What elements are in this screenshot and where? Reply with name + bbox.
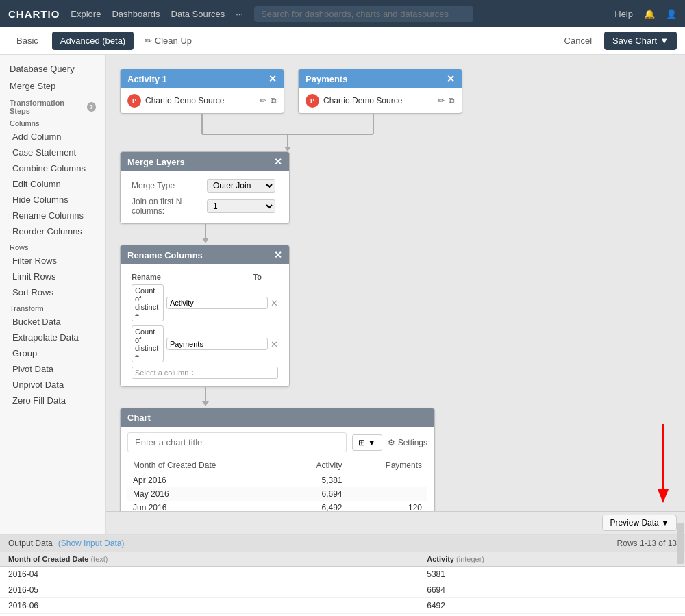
sidebar-item-database-query[interactable]: Database Query <box>0 60 105 77</box>
show-input-button[interactable]: (Show Input Data) <box>58 539 125 548</box>
output-table-row: 2016-066492 <box>0 598 685 614</box>
nav-dashboards[interactable]: Dashboards <box>112 9 160 19</box>
chart-cell-payments <box>348 487 428 501</box>
payments-source-name: Chartio Demo Source <box>323 96 402 106</box>
save-chart-button[interactable]: Save Chart ▼ <box>604 32 677 50</box>
payments-node-actions: ✕ <box>447 73 455 84</box>
sidebar-transform-label: Transform <box>0 300 105 314</box>
tab-advanced[interactable]: Advanced (beta) <box>52 32 134 50</box>
activity-source-name: Chartio Demo Source <box>145 96 224 106</box>
chart-title-input[interactable] <box>127 432 347 452</box>
nav-right-icons: Help 🔔 👤 <box>614 9 677 19</box>
sidebar-item-rename-columns[interactable]: Rename Columns <box>0 208 105 223</box>
rename-spacer <box>267 273 278 281</box>
user-icon[interactable]: 👤 <box>666 9 677 19</box>
notifications-icon[interactable]: 🔔 <box>644 9 655 19</box>
preview-data-button[interactable]: Preview Data ▼ <box>602 515 677 531</box>
sidebar-item-hide-columns[interactable]: Hide Columns <box>0 192 105 208</box>
sidebar-item-combine-columns[interactable]: Combine Columns <box>0 160 105 176</box>
col-header-activity: Activity <box>286 458 348 473</box>
sidebar-item-sort-rows[interactable]: Sort Rows <box>0 284 105 300</box>
sidebar-item-pivot-data[interactable]: Pivot Data <box>0 361 105 377</box>
chart-settings-button[interactable]: ⚙ Settings <box>388 434 427 451</box>
nav-datasources[interactable]: Data Sources <box>171 9 225 19</box>
cancel-button[interactable]: Cancel <box>558 32 599 50</box>
rename-to-1-input[interactable] <box>166 297 268 309</box>
chart-cell-month: Jun 2016 <box>127 501 286 511</box>
activity-edit-icon[interactable]: ✏ <box>260 96 266 106</box>
rename-row-2-delete[interactable]: ✕ <box>271 339 278 349</box>
sidebar-item-zero-fill-data[interactable]: Zero Fill Data <box>0 393 105 408</box>
rename-node-body: Rename To Count of distinct ÷ ✕ Count o <box>121 264 289 386</box>
payments-title: Payments <box>306 74 347 84</box>
sidebar-item-add-column[interactable]: Add Column <box>0 129 105 145</box>
payments-edit-icon[interactable]: ✏ <box>438 96 445 106</box>
sidebar-item-edit-column[interactable]: Edit Column <box>0 176 105 192</box>
merge-type-select[interactable]: Outer Join <box>207 179 275 193</box>
sidebar-transformation-title: Transformation Steps ? <box>0 95 105 116</box>
nav-explore[interactable]: Explore <box>71 9 101 19</box>
tab-bar-right: Cancel Save Chart ▼ <box>558 32 677 50</box>
chart-table-header: Month of Created Date Activity Payments <box>127 458 427 473</box>
rename-row-1: Count of distinct ÷ ✕ <box>127 282 282 323</box>
source-nodes-row: Activity 1 ✕ P Chartio Demo Source ✏ ⧉ <box>120 69 671 114</box>
output-cell-month: 2016-06 <box>0 598 419 614</box>
rename-to-2-input[interactable] <box>166 338 268 350</box>
sidebar-item-bucket-data[interactable]: Bucket Data <box>0 314 105 330</box>
output-cell-activity: 5381 <box>419 567 685 582</box>
sidebar-item-limit-rows[interactable]: Limit Rows <box>0 269 105 284</box>
merge-node-header: Merge Layers ✕ <box>121 152 289 171</box>
chart-toolbar-right: ⊞ ▼ ⚙ Settings <box>352 434 427 451</box>
search-input[interactable] <box>254 6 473 22</box>
canvas-wrapper: Activity 1 ✕ P Chartio Demo Source ✏ ⧉ <box>106 55 685 534</box>
merge-close-button[interactable]: ✕ <box>274 156 282 167</box>
merge-node-body: Merge Type Outer Join Join on first N co… <box>121 171 289 223</box>
scrollbar[interactable] <box>677 534 684 564</box>
chart-type-button[interactable]: ⊞ ▼ <box>352 434 382 451</box>
payments-node-body: P Chartio Demo Source ✏ ⧉ <box>299 88 462 113</box>
tab-bar: Basic Advanced (beta) ✏ Clean Up Cancel … <box>0 27 685 55</box>
chart-toolbar: ⊞ ▼ ⚙ Settings <box>127 432 427 452</box>
sidebar-item-reorder-columns[interactable]: Reorder Columns <box>0 223 105 239</box>
output-title: Output Data <box>8 539 53 548</box>
chart-table-row: Jun 20166,492120 <box>127 501 427 511</box>
rename-close-button[interactable]: ✕ <box>274 249 282 260</box>
chart-type-dropdown-icon: ▼ <box>368 438 376 447</box>
output-header: Output Data (Show Input Data) Rows 1-13 … <box>0 535 685 552</box>
rename-add-select[interactable]: Select a column ÷ <box>132 367 278 379</box>
single-connector-svg-1 <box>195 224 216 245</box>
activity-node-header: Activity 1 ✕ <box>121 69 284 88</box>
rename-row-1-delete[interactable]: ✕ <box>271 298 278 308</box>
logo: CHARTIO <box>8 8 60 20</box>
chart-node: Chart ⊞ ▼ ⚙ Settings <box>120 408 435 511</box>
single-connector-svg-2 <box>195 387 216 408</box>
tab-basic[interactable]: Basic <box>8 32 47 50</box>
chart-data-table: Month of Created Date Activity Payments … <box>127 458 427 511</box>
payments-copy-icon[interactable]: ⧉ <box>449 96 455 106</box>
chart-title: Chart <box>127 412 151 423</box>
output-col-activity: Activity (integer) <box>419 552 685 567</box>
nav-more[interactable]: ··· <box>236 9 243 19</box>
dual-connector <box>120 114 476 151</box>
sidebar-item-filter-rows[interactable]: Filter Rows <box>0 253 105 269</box>
rename-from-2-text: Count of distinct ÷ <box>135 328 160 360</box>
payments-close-button[interactable]: ✕ <box>447 73 455 84</box>
activity-close-button[interactable]: ✕ <box>269 73 277 84</box>
rename-col-to-header: To <box>253 273 262 281</box>
merge-type-value: Outer Join <box>203 177 282 195</box>
chart-table-row: Apr 20165,381 <box>127 473 427 488</box>
sidebar-item-extrapolate-data[interactable]: Extrapolate Data <box>0 330 105 345</box>
main-layout: Database Query Merge Step Transformation… <box>0 55 685 534</box>
join-columns-select[interactable]: 1 <box>207 199 275 213</box>
sidebar-item-merge-step[interactable]: Merge Step <box>0 77 105 95</box>
cleanup-button[interactable]: ✏ Clean Up <box>145 36 192 46</box>
top-nav: CHARTIO Explore Dashboards Data Sources … <box>0 0 685 27</box>
sidebar-item-case-statement[interactable]: Case Statement <box>0 145 105 160</box>
rename-add-row: Select a column ÷ <box>127 365 282 381</box>
rename-row-2: Count of distinct ÷ ✕ <box>127 323 282 365</box>
col-header-payments: Payments <box>348 458 428 473</box>
help-link[interactable]: Help <box>614 9 633 19</box>
activity-copy-icon[interactable]: ⧉ <box>271 96 277 106</box>
sidebar-item-group[interactable]: Group <box>0 345 105 361</box>
sidebar-item-unpivot-data[interactable]: Unpivot Data <box>0 377 105 393</box>
